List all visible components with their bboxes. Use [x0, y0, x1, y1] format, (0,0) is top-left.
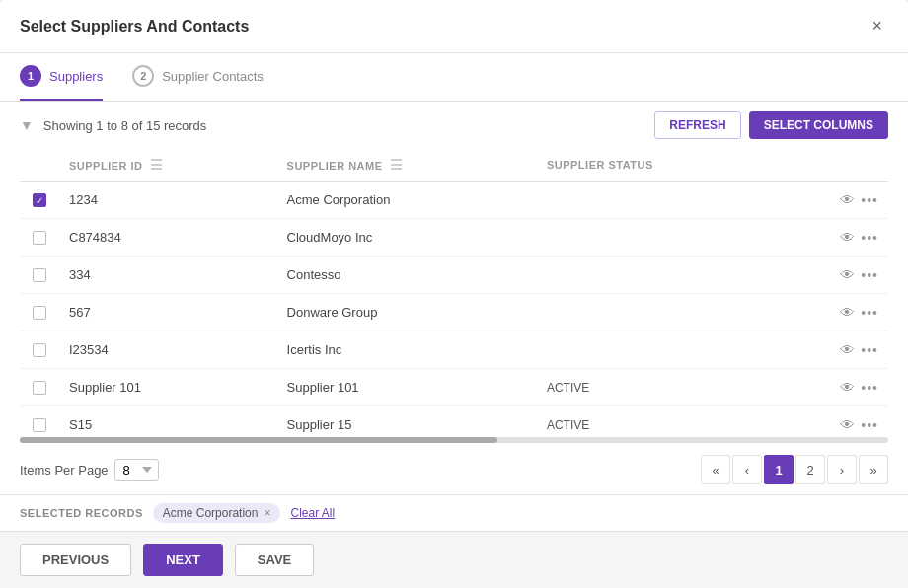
modal-header: Select Suppliers And Contacts ×	[0, 0, 908, 53]
row-supplier-status	[537, 331, 778, 369]
row-supplier-status: ACTIVE	[537, 369, 778, 406]
refresh-button[interactable]: REFRESH	[654, 111, 740, 139]
select-columns-button[interactable]: SELECT COLUMNS	[749, 111, 888, 139]
supplier-name-menu-icon[interactable]: ☰	[390, 157, 404, 173]
row-supplier-name: Acme Corporation	[277, 182, 537, 219]
pagination-controls: « ‹ 1 2 › »	[701, 455, 888, 484]
page-last-button[interactable]: »	[859, 455, 888, 484]
tab-supplier-contacts[interactable]: 2 Supplier Contacts	[132, 53, 264, 101]
row-supplier-name: Icertis Inc	[277, 331, 537, 369]
row-checkbox[interactable]	[33, 306, 46, 320]
pagination-row: Items Per Page 8 15 25 50 « ‹ 1 2 › »	[0, 445, 908, 494]
page-2-button[interactable]: 2	[795, 455, 825, 484]
row-actions-cell: 👁•••	[778, 219, 888, 257]
row-checkbox[interactable]	[33, 231, 46, 245]
row-supplier-name: Contesso	[277, 257, 537, 294]
row-supplier-id: 334	[59, 257, 277, 294]
save-button[interactable]: SAVE	[235, 544, 314, 576]
page-next-button[interactable]: ›	[827, 455, 857, 484]
previous-button[interactable]: PREVIOUS	[20, 544, 131, 576]
row-more-icon[interactable]: •••	[861, 305, 878, 321]
row-view-icon[interactable]: 👁	[840, 229, 855, 246]
row-checkbox[interactable]	[33, 343, 46, 357]
footer-bar: PREVIOUS NEXT SAVE	[0, 531, 908, 588]
row-supplier-id: 1234	[59, 182, 277, 219]
suppliers-table: SUPPLIER ID ☰ SUPPLIER NAME ☰ SUPPLIER S…	[20, 149, 888, 435]
table-row: 567Donware Group👁•••	[20, 294, 888, 331]
row-more-icon[interactable]: •••	[861, 267, 878, 283]
tab-contacts-num: 2	[132, 65, 154, 87]
row-actions: 👁•••	[788, 266, 878, 283]
table-row: C874834CloudMoyo Inc👁•••	[20, 219, 888, 257]
row-view-icon[interactable]: 👁	[840, 191, 855, 208]
row-actions: 👁•••	[788, 341, 878, 358]
row-more-icon[interactable]: •••	[861, 192, 878, 208]
page-1-button[interactable]: 1	[764, 455, 794, 484]
row-checkbox[interactable]	[33, 193, 46, 207]
tabs-row: 1 Suppliers 2 Supplier Contacts	[0, 53, 908, 102]
row-actions: 👁•••	[788, 416, 878, 433]
scrollbar-track	[20, 437, 888, 443]
table-body: 1234Acme Corporation👁•••C874834CloudMoyo…	[20, 182, 888, 436]
row-checkbox-cell	[20, 257, 59, 294]
header-supplier-name: SUPPLIER NAME ☰	[277, 149, 537, 182]
row-supplier-status	[537, 257, 778, 294]
page-first-button[interactable]: «	[701, 455, 730, 484]
row-actions-cell: 👁•••	[778, 369, 888, 406]
showing-text: Showing 1 to 8 of 15 records	[43, 118, 207, 133]
row-supplier-id: S15	[59, 406, 277, 436]
row-actions: 👁•••	[788, 304, 878, 321]
row-more-icon[interactable]: •••	[861, 342, 878, 358]
row-checkbox[interactable]	[33, 268, 46, 282]
row-checkbox[interactable]	[33, 381, 46, 395]
clear-all-button[interactable]: Clear All	[290, 506, 335, 520]
close-button[interactable]: ×	[866, 14, 888, 38]
toolbar: ▼ Showing 1 to 8 of 15 records REFRESH S…	[0, 102, 908, 149]
selected-tag-close-icon[interactable]: ×	[264, 506, 270, 520]
row-view-icon[interactable]: 👁	[840, 416, 855, 433]
table-row: 334Contesso👁•••	[20, 257, 888, 294]
row-view-icon[interactable]: 👁	[840, 341, 855, 358]
toolbar-left: ▼ Showing 1 to 8 of 15 records	[20, 117, 206, 133]
row-view-icon[interactable]: 👁	[840, 304, 855, 321]
row-actions-cell: 👁•••	[778, 331, 888, 369]
row-view-icon[interactable]: 👁	[840, 379, 855, 396]
horizontal-scrollbar[interactable]	[0, 435, 908, 445]
row-more-icon[interactable]: •••	[861, 230, 878, 246]
row-checkbox-cell	[20, 331, 59, 369]
items-per-page: Items Per Page 8 15 25 50	[20, 459, 159, 481]
row-actions-cell: 👁•••	[778, 257, 888, 294]
supplier-id-menu-icon[interactable]: ☰	[150, 157, 164, 173]
row-actions-cell: 👁•••	[778, 182, 888, 219]
table-wrapper: SUPPLIER ID ☰ SUPPLIER NAME ☰ SUPPLIER S…	[0, 149, 908, 435]
row-supplier-status	[537, 294, 778, 331]
selected-records-bar: SELECTED RECORDS Acme Corporation × Clea…	[0, 494, 908, 531]
table-row: Supplier 101Supplier 101ACTIVE👁•••	[20, 369, 888, 406]
header-supplier-status: SUPPLIER STATUS	[537, 149, 778, 182]
row-checkbox[interactable]	[33, 418, 46, 432]
modal-title: Select Suppliers And Contacts	[20, 18, 249, 36]
tab-suppliers-num: 1	[20, 65, 41, 87]
items-per-page-select[interactable]: 8 15 25 50	[114, 459, 159, 481]
row-supplier-status: ACTIVE	[537, 406, 778, 436]
row-more-icon[interactable]: •••	[861, 417, 878, 433]
header-checkbox-col	[20, 149, 59, 182]
row-actions: 👁•••	[788, 379, 878, 396]
row-supplier-id: I23534	[59, 331, 277, 369]
row-checkbox-cell	[20, 219, 59, 257]
tab-suppliers[interactable]: 1 Suppliers	[20, 53, 103, 101]
modal-container: Select Suppliers And Contacts × 1 Suppli…	[0, 0, 908, 588]
row-supplier-id: Supplier 101	[59, 369, 277, 406]
header-actions-col	[778, 149, 888, 182]
row-checkbox-cell	[20, 369, 59, 406]
filter-icon[interactable]: ▼	[20, 117, 34, 133]
row-more-icon[interactable]: •••	[861, 380, 878, 396]
page-prev-button[interactable]: ‹	[732, 455, 762, 484]
scrollbar-thumb	[20, 437, 497, 443]
tab-contacts-label: Supplier Contacts	[162, 69, 264, 84]
next-button[interactable]: NEXT	[143, 544, 223, 576]
row-supplier-id: C874834	[59, 219, 277, 257]
row-view-icon[interactable]: 👁	[840, 266, 855, 283]
row-checkbox-cell	[20, 182, 59, 219]
table-row: I23534Icertis Inc👁•••	[20, 331, 888, 369]
